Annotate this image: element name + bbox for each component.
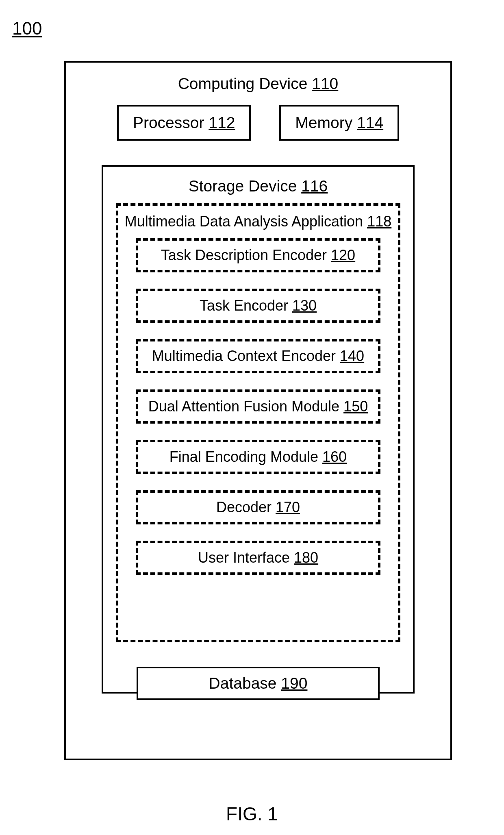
memory-number: 114 bbox=[357, 114, 383, 131]
storage-device-box: Storage Device 116 Multimedia Data Analy… bbox=[102, 165, 415, 694]
module-user-interface: User Interface 180 bbox=[136, 541, 380, 575]
module-label: User Interface bbox=[198, 549, 290, 566]
computing-device-box: Computing Device 110 Processor 112 Memor… bbox=[64, 61, 452, 760]
processor-number: 112 bbox=[209, 114, 235, 131]
computing-device-title: Computing Device 110 bbox=[66, 75, 450, 93]
figure-page: 100 Computing Device 110 Processor 112 M… bbox=[0, 0, 504, 835]
module-number: 150 bbox=[343, 398, 368, 415]
application-title: Multimedia Data Analysis Application 118 bbox=[118, 213, 398, 230]
module-dual-attention-fusion: Dual Attention Fusion Module 150 bbox=[136, 389, 380, 424]
storage-title: Storage Device 116 bbox=[103, 177, 413, 195]
module-label: Multimedia Context Encoder bbox=[152, 348, 336, 364]
module-multimedia-context-encoder: Multimedia Context Encoder 140 bbox=[136, 339, 380, 373]
computing-device-number: 110 bbox=[312, 75, 338, 92]
module-label: Task Description Encoder bbox=[161, 247, 327, 263]
module-label: Final Encoding Module bbox=[169, 448, 318, 465]
module-label: Task Encoder bbox=[200, 297, 288, 314]
application-box: Multimedia Data Analysis Application 118… bbox=[116, 203, 400, 642]
processor-memory-row: Processor 112 Memory 114 bbox=[66, 105, 450, 141]
module-stack: Task Description Encoder 120 Task Encode… bbox=[118, 238, 398, 575]
module-label: Dual Attention Fusion Module bbox=[148, 398, 339, 415]
module-number: 160 bbox=[322, 448, 347, 465]
memory-label: Memory bbox=[295, 114, 352, 131]
memory-box: Memory 114 bbox=[279, 105, 399, 141]
storage-label: Storage Device bbox=[189, 177, 297, 195]
application-label: Multimedia Data Analysis Application bbox=[125, 213, 363, 230]
figure-caption: FIG. 1 bbox=[0, 803, 504, 825]
module-number: 130 bbox=[292, 297, 317, 314]
module-task-description-encoder: Task Description Encoder 120 bbox=[136, 238, 380, 272]
database-label: Database bbox=[209, 674, 277, 692]
module-number: 180 bbox=[294, 549, 318, 566]
processor-label: Processor bbox=[133, 114, 204, 131]
module-number: 140 bbox=[340, 348, 364, 364]
storage-number: 116 bbox=[301, 177, 328, 195]
database-number: 190 bbox=[281, 674, 307, 692]
module-final-encoding: Final Encoding Module 160 bbox=[136, 440, 380, 474]
module-decoder: Decoder 170 bbox=[136, 490, 380, 524]
database-box: Database 190 bbox=[137, 667, 380, 700]
computing-device-label: Computing Device bbox=[178, 75, 308, 92]
figure-reference-number: 100 bbox=[12, 18, 42, 39]
module-number: 120 bbox=[331, 247, 355, 263]
processor-box: Processor 112 bbox=[117, 105, 251, 141]
application-number: 118 bbox=[367, 213, 391, 230]
module-label: Decoder bbox=[216, 499, 272, 515]
module-number: 170 bbox=[276, 499, 300, 515]
module-task-encoder: Task Encoder 130 bbox=[136, 289, 380, 323]
